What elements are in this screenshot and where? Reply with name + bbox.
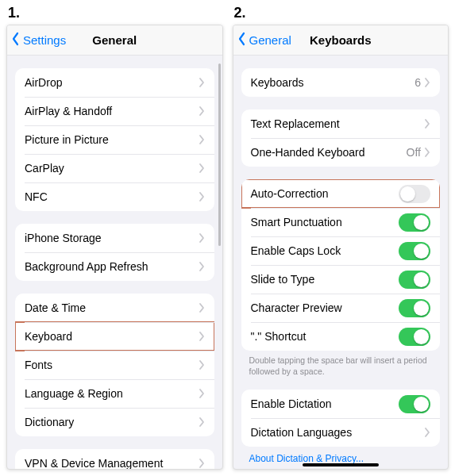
settings-row[interactable]: Dictionary <box>15 408 214 436</box>
chevron-right-icon <box>199 192 205 202</box>
chevron-right-icon <box>199 106 205 116</box>
chevron-right-icon <box>199 78 205 87</box>
phone-left: Settings General AirDropAirPlay & Handof… <box>6 25 223 470</box>
keyboard-row[interactable]: One-Handed KeyboardOff <box>241 138 441 167</box>
settings-group: Keyboards6 <box>241 68 441 97</box>
chevron-right-icon <box>199 135 205 144</box>
row-label: Enable Dictation <box>251 397 399 410</box>
chevron-right-icon <box>424 78 430 87</box>
toggle-switch[interactable] <box>399 242 430 260</box>
row-label: Dictation Languages <box>251 426 425 439</box>
back-button[interactable]: Settings <box>7 32 66 48</box>
settings-row[interactable]: AirPlay & Handoff <box>15 97 214 125</box>
row-label: VPN & Device Management <box>25 457 199 469</box>
keyboard-row[interactable]: Dictation Languages <box>241 418 441 447</box>
row-label: Character Preview <box>251 301 399 314</box>
toggle-switch[interactable] <box>399 299 430 317</box>
row-label: Fonts <box>25 359 199 371</box>
chevron-right-icon <box>199 389 205 398</box>
keyboards-scroll[interactable]: Keyboards6Text ReplacementOne-Handed Key… <box>233 56 449 469</box>
back-label: Settings <box>23 33 66 47</box>
row-label: "." Shortcut <box>251 330 399 343</box>
row-label: Text Replacement <box>251 117 425 130</box>
chevron-right-icon <box>199 262 205 271</box>
chevron-right-icon <box>424 148 430 157</box>
row-label: iPhone Storage <box>25 232 199 244</box>
row-label: Keyboards <box>251 76 415 89</box>
settings-group: Auto-CorrectionSmart PunctuationEnable C… <box>241 179 441 351</box>
chevron-right-icon <box>199 459 205 468</box>
chevron-right-icon <box>199 417 205 427</box>
phone-right: General Keyboards Keyboards6Text Replace… <box>233 25 449 470</box>
chevron-left-icon <box>10 32 21 48</box>
settings-row[interactable]: AirDrop <box>15 68 214 97</box>
toggle-switch[interactable] <box>399 185 430 203</box>
row-label: CarPlay <box>25 162 199 175</box>
chevron-right-icon <box>199 360 205 370</box>
row-label: Slide to Type <box>251 273 399 286</box>
settings-row[interactable]: Keyboard <box>15 322 214 351</box>
scrollbar[interactable] <box>218 63 221 246</box>
step-number-2: 2. <box>233 0 449 25</box>
toggle-switch[interactable] <box>399 395 430 413</box>
back-label: General <box>249 33 291 47</box>
settings-group: Date & TimeKeyboardFontsLanguage & Regio… <box>15 294 214 436</box>
settings-group: Text ReplacementOne-Handed KeyboardOff <box>241 109 441 167</box>
row-detail: Off <box>407 146 421 159</box>
row-label: Dictionary <box>25 416 199 428</box>
chevron-right-icon <box>199 163 205 173</box>
settings-group: Enable DictationDictation Languages <box>241 390 441 447</box>
chevron-right-icon <box>199 332 205 341</box>
row-detail: 6 <box>415 76 421 89</box>
chevron-right-icon <box>424 119 430 129</box>
chevron-right-icon <box>199 303 205 313</box>
settings-group: iPhone StorageBackground App Refresh <box>15 224 214 281</box>
row-label: Picture in Picture <box>25 133 199 146</box>
toggle-switch[interactable] <box>399 213 430 232</box>
row-label: Language & Region <box>25 387 199 400</box>
chevron-right-icon <box>424 428 430 437</box>
settings-row[interactable]: iPhone Storage <box>15 224 214 252</box>
step-number-1: 1. <box>6 0 223 25</box>
navbar: Settings General <box>7 25 222 56</box>
keyboard-row[interactable]: Text Replacement <box>241 109 441 138</box>
chevron-right-icon <box>199 233 205 243</box>
settings-row[interactable]: Fonts <box>15 351 214 379</box>
keyboard-row: Enable Caps Lock <box>241 236 441 265</box>
row-label: Smart Punctuation <box>251 216 399 228</box>
footer-note: Double tapping the space bar will insert… <box>233 351 449 377</box>
keyboard-row: Character Preview <box>241 294 441 322</box>
settings-scroll[interactable]: AirDropAirPlay & HandoffPicture in Pictu… <box>7 56 222 469</box>
row-label: AirDrop <box>25 76 199 89</box>
settings-row[interactable]: Language & Region <box>15 379 214 408</box>
section-header: ENGLISH AND FRENCH <box>233 467 449 469</box>
row-label: NFC <box>25 190 199 203</box>
settings-group: VPN & Device Management <box>15 449 214 469</box>
row-label: Enable Caps Lock <box>251 244 399 257</box>
settings-row[interactable]: Date & Time <box>15 294 214 322</box>
back-button[interactable]: General <box>233 32 291 48</box>
keyboard-row: Auto-Correction <box>241 179 441 208</box>
settings-row[interactable]: Background App Refresh <box>15 252 214 281</box>
keyboard-row[interactable]: Keyboards6 <box>241 68 441 97</box>
keyboard-row: Enable Dictation <box>241 390 441 418</box>
row-label: Background App Refresh <box>25 260 199 273</box>
settings-row[interactable]: Picture in Picture <box>15 125 214 154</box>
chevron-left-icon <box>237 32 248 48</box>
settings-group: AirDropAirPlay & HandoffPicture in Pictu… <box>15 68 214 211</box>
keyboard-row: Slide to Type <box>241 265 441 294</box>
keyboard-row: "." Shortcut <box>241 322 441 351</box>
keyboard-row: Smart Punctuation <box>241 208 441 236</box>
settings-row[interactable]: VPN & Device Management <box>15 449 214 469</box>
settings-row[interactable]: CarPlay <box>15 154 214 182</box>
toggle-switch[interactable] <box>399 271 430 289</box>
home-indicator[interactable] <box>303 463 379 466</box>
row-label: One-Handed Keyboard <box>251 146 407 159</box>
row-label: AirPlay & Handoff <box>25 105 199 117</box>
toggle-switch[interactable] <box>399 328 430 346</box>
row-label: Date & Time <box>25 301 199 314</box>
row-label: Auto-Correction <box>251 187 399 200</box>
navbar: General Keyboards <box>233 25 449 56</box>
row-label: Keyboard <box>25 330 199 343</box>
settings-row[interactable]: NFC <box>15 182 214 211</box>
